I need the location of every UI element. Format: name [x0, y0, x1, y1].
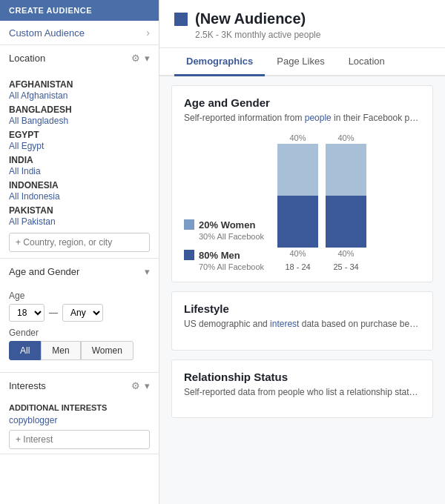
- age-gender-desc: Self-reported information from people in…: [184, 112, 421, 125]
- chart-area: 20% Women 30% All Facebook 80% Men 70% A…: [184, 133, 421, 271]
- interest-input[interactable]: [9, 430, 150, 449]
- lifestyle-desc: US demographic and interest data based o…: [184, 318, 421, 331]
- gender-men-button[interactable]: Men: [41, 341, 80, 360]
- chevron-right-icon: ›: [146, 27, 150, 39]
- interest-tag-copyblogger[interactable]: copyblogger: [9, 415, 150, 425]
- bar-men-25-34: [326, 196, 366, 248]
- bar-group-18-24: 40% 40% 18 - 24: [277, 133, 318, 271]
- gender-all-button[interactable]: All: [9, 341, 41, 360]
- sub-indonesia[interactable]: All Indonesia: [9, 191, 150, 202]
- country-bangladesh: BANGLADESH: [9, 105, 150, 115]
- country-pakistan: PAKISTAN: [9, 205, 150, 216]
- interests-section: Interests ⚙ ▾ ADDITIONAL INTERESTS copyb…: [0, 373, 159, 454]
- age-gender-card: Age and Gender Self-reported information…: [171, 85, 433, 282]
- sidebar: Create Audience Custom Audience › Locati…: [0, 0, 159, 504]
- age-gender-section: Age and Gender ▾ Age 18 21 25 — Any 24 3…: [0, 259, 159, 373]
- age-dash: —: [49, 308, 58, 318]
- age-row: 18 21 25 — Any 24 34 44: [9, 304, 150, 322]
- tab-demographics[interactable]: Demographics: [174, 48, 265, 76]
- gender-women-button[interactable]: Women: [81, 341, 134, 360]
- location-section: Location ⚙ ▾ AFGHANISTAN All Afghanistan…: [0, 45, 159, 259]
- lifestyle-title: Lifestyle: [184, 302, 421, 315]
- interests-list: ADDITIONAL INTERESTS copyblogger: [0, 399, 159, 454]
- chevron-down-icon: ▾: [145, 380, 150, 391]
- main-content: (New Audience) 2.5K - 3K monthly active …: [159, 0, 445, 504]
- country-egypt: EGYPT: [9, 130, 150, 140]
- sub-pakistan[interactable]: All Pakistan: [9, 216, 150, 227]
- age-min-select[interactable]: 18 21 25: [9, 304, 44, 322]
- sub-afghanistan[interactable]: All Afghanistan: [9, 90, 150, 101]
- bar-group-25-34: 40% 40% 25 - 34: [326, 133, 366, 271]
- audience-subtitle: 2.5K - 3K monthly active people: [195, 30, 430, 40]
- audience-icon: [174, 13, 188, 26]
- bar-men-label-25-34: 40%: [337, 249, 354, 258]
- women-sub: 30% All Facebook: [199, 232, 266, 241]
- tab-location[interactable]: Location: [337, 48, 397, 76]
- age-gender-title: Age and Gender: [184, 96, 421, 109]
- lifestyle-card: Lifestyle US demographic and interest da…: [171, 291, 433, 351]
- audience-title-text: (New Audience): [195, 10, 306, 27]
- bar-women-18-24: [277, 144, 318, 196]
- location-icons: ⚙ ▾: [131, 53, 150, 64]
- age-max-select[interactable]: Any 24 34 44: [62, 304, 103, 322]
- tab-page-likes[interactable]: Page Likes: [265, 48, 336, 76]
- sidebar-header: Create Audience: [0, 0, 159, 21]
- chevron-down-icon: ▾: [145, 53, 150, 64]
- legend-women: 20% Women 30% All Facebook: [184, 219, 266, 241]
- bar-women-label-25-34: 40%: [337, 133, 354, 142]
- age-label: Age: [9, 291, 150, 301]
- chevron-down-icon: ▾: [145, 266, 150, 277]
- country-indonesia: INDONESIA: [9, 180, 150, 190]
- bar-women-25-34: [326, 144, 366, 196]
- additional-interests-label: ADDITIONAL INTERESTS: [9, 403, 150, 412]
- bar-stack-18-24: 40% 40%: [277, 133, 318, 258]
- location-input[interactable]: [9, 233, 150, 252]
- interests-label: Interests: [9, 380, 46, 391]
- gender-buttons: All Men Women: [9, 341, 150, 360]
- gear-icon: ⚙: [131, 380, 140, 391]
- sub-egypt[interactable]: All Egypt: [9, 141, 150, 151]
- age-gender-label: Age and Gender: [9, 266, 79, 277]
- age-gender-controls: Age 18 21 25 — Any 24 34 44 Gender All M…: [0, 285, 159, 372]
- interest-highlight: interest: [270, 319, 299, 329]
- location-label: Location: [9, 53, 45, 64]
- audience-title: (New Audience): [174, 10, 430, 27]
- location-list: AFGHANISTAN All Afghanistan BANGLADESH A…: [0, 71, 159, 258]
- sub-india[interactable]: All India: [9, 166, 150, 176]
- relationship-desc: Self-reported data from people who list …: [184, 386, 421, 399]
- gender-label: Gender: [9, 328, 150, 338]
- bar-stack-25-34: 40% 40%: [326, 133, 366, 258]
- interests-icons: ⚙ ▾: [131, 380, 150, 391]
- bar-women-label-18-24: 40%: [289, 133, 306, 142]
- men-pct: 80% Men: [199, 250, 240, 261]
- bar-age-label-18-24: 18 - 24: [285, 262, 310, 271]
- bar-men-label-18-24: 40%: [289, 249, 306, 258]
- legend: 20% Women 30% All Facebook 80% Men 70% A…: [184, 219, 266, 271]
- custom-audience-row[interactable]: Custom Audience ›: [0, 21, 159, 45]
- custom-audience-label: Custom Audience: [9, 27, 85, 39]
- content-area: Age and Gender Self-reported information…: [159, 85, 445, 418]
- relationship-card: Relationship Status Self-reported data f…: [171, 359, 433, 419]
- bar-age-label-25-34: 25 - 34: [333, 262, 358, 271]
- legend-men: 80% Men 70% All Facebook: [184, 250, 266, 271]
- relationship-title: Relationship Status: [184, 371, 421, 383]
- gear-icon: ⚙: [131, 53, 140, 64]
- men-sub: 70% All Facebook: [199, 262, 266, 271]
- people-highlight: people: [305, 113, 332, 123]
- sub-bangladesh[interactable]: All Bangladesh: [9, 116, 150, 126]
- country-afghanistan: AFGHANISTAN: [9, 79, 150, 90]
- legend-women-row: 20% Women: [184, 219, 266, 231]
- age-gender-section-header[interactable]: Age and Gender ▾: [0, 259, 159, 285]
- bars-area: 40% 40% 18 - 24 40% 40%: [277, 133, 421, 271]
- interests-section-header[interactable]: Interests ⚙ ▾: [0, 373, 159, 399]
- country-india: INDIA: [9, 155, 150, 165]
- age-gender-icons: ▾: [145, 266, 150, 277]
- women-pct: 20% Women: [199, 219, 255, 231]
- location-section-header[interactable]: Location ⚙ ▾: [0, 45, 159, 71]
- audience-header: (New Audience) 2.5K - 3K monthly active …: [159, 0, 445, 48]
- bar-men-18-24: [277, 196, 318, 248]
- tabs-bar: Demographics Page Likes Location: [159, 48, 445, 76]
- men-color-box: [184, 250, 194, 260]
- women-color-box: [184, 219, 194, 230]
- legend-men-row: 80% Men: [184, 250, 266, 261]
